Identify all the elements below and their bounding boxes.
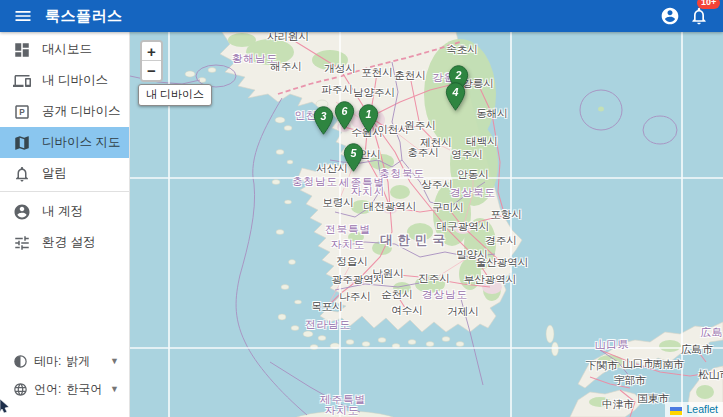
sidebar-item-label: 내 디바이스 [42, 72, 108, 89]
map-marker-4[interactable]: 4 [444, 82, 467, 111]
leaflet-attribution-link[interactable]: Leaflet [686, 403, 718, 415]
sidebar-item-settings[interactable]: 환경 설정 [0, 227, 129, 258]
sidebar-item-dashboard[interactable]: 대시보드 [0, 34, 129, 65]
account-icon[interactable] [660, 6, 680, 26]
svg-text:2: 2 [454, 69, 461, 81]
chevron-down-icon: ▼ [110, 356, 119, 366]
svg-text:P: P [19, 108, 25, 117]
app-header: 룩스플러스 10+ [0, 0, 723, 32]
zoom-in-button[interactable]: + [142, 42, 161, 61]
device-map[interactable]: 사리원시해주시개성시포천시춘천시속초시파주시남양주시강릉시수원시이천시원주시동해… [130, 32, 723, 417]
map-zoom-control: + − [140, 40, 163, 82]
sidebar-item-public-devices[interactable]: P공개 디바이스 [0, 96, 129, 127]
app-title: 룩스플러스 [45, 7, 123, 26]
hamburger-icon[interactable] [13, 6, 33, 26]
language-value: 한국어 [66, 381, 102, 398]
sidebar-preferences: 테마: 밝게 ▼ 언어: 한국어 ▼ [0, 347, 129, 417]
ukraine-flag-icon [670, 405, 682, 413]
map-attribution: Leaflet [665, 402, 723, 417]
map-marker-3[interactable]: 3 [312, 106, 335, 135]
devices-icon [13, 72, 31, 90]
settings-icon [13, 234, 31, 252]
map-marker-1[interactable]: 1 [357, 104, 380, 133]
map-marker-5[interactable]: 5 [342, 143, 365, 172]
sidebar-item-label: 공개 디바이스 [42, 103, 120, 120]
sidebar-item-label: 알림 [42, 165, 67, 182]
map-tiles [130, 32, 723, 417]
notification-badge: 10+ [697, 0, 720, 9]
map-icon [13, 134, 31, 152]
sidebar: 대시보드내 디바이스P공개 디바이스디바이스 지도알림 내 계정환경 설정 테마… [0, 32, 130, 417]
svg-text:1: 1 [365, 108, 371, 120]
sidebar-nav-bottom: 내 계정환경 설정 [0, 194, 129, 258]
svg-text:3: 3 [320, 110, 326, 122]
theme-value: 밝게 [66, 353, 90, 370]
globe-icon [13, 382, 28, 397]
account-icon [13, 203, 31, 221]
svg-text:6: 6 [341, 105, 347, 117]
notifications-bell-icon[interactable]: 10+ [689, 6, 709, 26]
sidebar-item-label: 디바이스 지도 [42, 134, 120, 151]
sidebar-item-my-devices[interactable]: 내 디바이스 [0, 65, 129, 96]
map-marker-6[interactable]: 6 [333, 101, 356, 130]
sidebar-nav-top: 대시보드내 디바이스P공개 디바이스디바이스 지도알림 [0, 32, 129, 189]
dashboard-icon [13, 41, 31, 59]
theme-icon [13, 354, 28, 369]
language-label: 언어: [34, 381, 61, 398]
zoom-out-button[interactable]: − [142, 61, 161, 80]
chevron-down-icon: ▼ [110, 384, 119, 394]
sidebar-item-notifications[interactable]: 알림 [0, 158, 129, 189]
sidebar-divider [0, 191, 129, 192]
theme-label: 테마: [34, 353, 61, 370]
language-selector[interactable]: 언어: 한국어 ▼ [0, 375, 129, 403]
sidebar-item-my-account[interactable]: 내 계정 [0, 196, 129, 227]
sidebar-item-label: 대시보드 [42, 41, 92, 58]
svg-text:4: 4 [451, 86, 458, 98]
app-window: 룩스플러스 10+ 대시보드내 디바이스P공개 디바이스디바이스 지도알림 내 … [0, 0, 723, 417]
sidebar-item-label: 내 계정 [42, 203, 83, 220]
sidebar-item-device-map[interactable]: 디바이스 지도 [0, 127, 129, 158]
theme-selector[interactable]: 테마: 밝게 ▼ [0, 347, 129, 375]
marker-tooltip: 내 디바이스 [138, 84, 212, 106]
bell-icon [13, 165, 31, 183]
public-devices-icon: P [13, 103, 31, 121]
sidebar-item-label: 환경 설정 [42, 234, 95, 251]
